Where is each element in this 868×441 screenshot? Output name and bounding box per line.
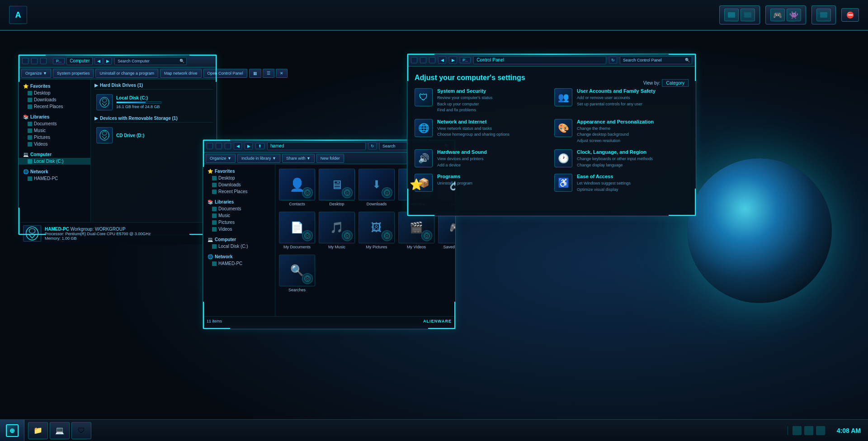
sidebar-item-music[interactable]: Music [19, 127, 90, 134]
folder-downloads[interactable]: ⬇ Downloads [358, 167, 396, 208]
sidebar-item-videos[interactable]: Videos [19, 141, 90, 147]
sidebar-item-hamed-pc[interactable]: HAMED-PC [19, 175, 90, 182]
cp-system-title[interactable]: System and Security [437, 88, 492, 94]
cp-network-link-2[interactable]: Choose homegroup and sharing options [437, 132, 509, 138]
folder-contacts[interactable]: 👤 Contacts [278, 167, 316, 208]
cp-user-link-1[interactable]: Add or remove user accounts [577, 95, 656, 101]
cp-ease-link-1[interactable]: Let Windows suggest settings [577, 180, 631, 187]
cp-view-value[interactable]: Category [662, 79, 689, 87]
h-sidebar-pictures[interactable]: Pictures [203, 219, 275, 226]
top-icon-group-4[interactable]: ⛔ [841, 8, 859, 22]
computer-search[interactable]: Search Computer [114, 57, 187, 65]
cp-system-link-1[interactable]: Review your computer's status [437, 95, 492, 101]
cp-appearance-link-1[interactable]: Change the theme [577, 126, 654, 132]
cp-back[interactable]: ◀ [438, 57, 446, 64]
tray-icon-2[interactable] [804, 426, 813, 435]
view-btn-2[interactable]: ☰ [263, 69, 274, 78]
cp-min-btn[interactable] [420, 57, 426, 63]
h-sidebar-documents[interactable]: Documents [203, 205, 275, 212]
tray-icon-3[interactable] [816, 426, 825, 435]
cp-max-btn[interactable] [429, 57, 435, 63]
sidebar-item-desktop[interactable]: Desktop [19, 90, 90, 96]
share-with-btn[interactable]: Share with ▼ [282, 154, 315, 163]
cp-system-link-2[interactable]: Back up your computer [437, 101, 492, 108]
hamed-close-btn[interactable] [207, 143, 213, 149]
cp-network-title[interactable]: Network and Internet [437, 119, 509, 124]
cp-appearance-link-2[interactable]: Change desktop background [577, 132, 654, 138]
cp-clock-link-1[interactable]: Change keyboards or other input methods [577, 156, 653, 162]
cp-hardware-link-2[interactable]: Add a device [437, 162, 487, 169]
top-icon-group-1[interactable] [719, 5, 760, 24]
hamed-forward[interactable]: ▶ [245, 142, 253, 150]
win-min-btn[interactable] [31, 58, 38, 64]
include-library-btn[interactable]: Include in library ▼ [237, 154, 280, 163]
h-sidebar-videos[interactable]: Videos [203, 226, 275, 232]
cp-user-title[interactable]: User Accounts and Family Safety [577, 88, 656, 94]
view-btn-1[interactable]: ▦ [249, 69, 261, 78]
cp-refresh[interactable]: ↻ [609, 57, 617, 64]
top-icon-btn-1[interactable] [724, 9, 739, 21]
cp-ease-title[interactable]: Ease of Access [577, 174, 631, 179]
cp-address[interactable]: Control Panel [473, 56, 606, 64]
hamed-organize-btn[interactable]: Organize ▼ [206, 154, 236, 163]
cp-hardware-title[interactable]: Hardware and Sound [437, 149, 487, 155]
open-control-btn[interactable]: Open Control Panel [203, 69, 247, 78]
h-sidebar-music[interactable]: Music [203, 212, 275, 219]
top-icon-btn-3[interactable]: 🎮 [770, 9, 785, 21]
cp-appearance-link-3[interactable]: Adjust screen resolution [577, 138, 654, 144]
h-sidebar-hamed-pc[interactable]: HAMED-PC [203, 260, 275, 267]
cp-close-btn[interactable] [411, 57, 417, 63]
sidebar-item-documents[interactable]: Documents [19, 120, 90, 127]
folder-my-pictures[interactable]: 🖼 My Pictures [358, 210, 396, 251]
hamed-min-btn[interactable] [216, 143, 222, 149]
cp-forward[interactable]: ▶ [449, 57, 457, 64]
start-button[interactable]: ⊕ [0, 420, 24, 441]
win-close-btn[interactable] [22, 58, 28, 64]
cp-clock-link-2[interactable]: Change display language [577, 162, 653, 169]
top-icon-btn-5[interactable] [816, 9, 831, 21]
cp-user-link-2[interactable]: Set up parental controls for any user [577, 101, 656, 108]
cp-ease-link-2[interactable]: Optimize visual display [577, 187, 631, 193]
sidebar-item-recent[interactable]: Recent Places [19, 103, 90, 110]
h-sidebar-desktop[interactable]: Desktop [203, 175, 275, 181]
taskbar-app-folder[interactable]: 📁 [28, 422, 48, 439]
top-icon-group-3[interactable] [811, 5, 836, 24]
map-network-btn[interactable]: Map network drive [160, 69, 202, 78]
cp-system-link-3[interactable]: Find and fix problems [437, 107, 492, 114]
cp-hardware-link-1[interactable]: View devices and printers [437, 156, 487, 162]
folder-desktop[interactable]: 🖥 Desktop [318, 167, 356, 208]
cp-appearance-title[interactable]: Appearance and Personalization [577, 119, 654, 124]
tray-icon-1[interactable] [793, 426, 802, 435]
hamed-back[interactable]: ◀ [234, 142, 242, 150]
cp-network-link-1[interactable]: View network status and tasks [437, 126, 509, 132]
folder-my-documents[interactable]: 📄 My Documents [278, 210, 316, 251]
taskbar-app-computer[interactable]: 💻 [50, 422, 70, 439]
sidebar-item-downloads[interactable]: Downloads [19, 96, 90, 103]
organize-btn[interactable]: Organize ▼ [21, 69, 51, 78]
nav-forward[interactable]: ▶ [104, 57, 112, 65]
uninstall-btn[interactable]: Uninstall or change a program [95, 69, 158, 78]
h-sidebar-recent[interactable]: Recent Places [203, 188, 275, 195]
taskbar-app-cp[interactable]: 🛡 [71, 422, 91, 439]
hamed-new-folder-btn[interactable]: New folder [316, 154, 344, 163]
cp-search[interactable]: Search Control Panel [620, 56, 692, 64]
folder-searches[interactable]: 🔍 Searches [278, 253, 316, 294]
local-disk-item[interactable]: Local Disk (C:) 16.1 GB free of 24.8 GB [94, 92, 213, 112]
h-sidebar-local-c[interactable]: Local Disk (C:) [203, 243, 275, 250]
nav-back[interactable]: ◀ [94, 57, 103, 65]
cp-clock-title[interactable]: Clock, Language, and Region [577, 149, 653, 155]
win-max-btn[interactable] [40, 58, 47, 64]
view-btn-3[interactable]: ✕ [276, 69, 288, 78]
top-icon-group-2[interactable]: 🎮 👾 [765, 5, 806, 24]
hamed-refresh[interactable]: ↻ [368, 142, 377, 150]
h-sidebar-downloads[interactable]: Downloads [203, 181, 275, 188]
sidebar-item-local-c[interactable]: Local Disk (C:) [19, 158, 90, 165]
computer-address[interactable]: Computer [66, 57, 93, 65]
hamed-address[interactable]: hamed [267, 142, 366, 150]
system-properties-btn[interactable]: System properties [53, 69, 94, 78]
folder-my-music[interactable]: 🎵 My Music [318, 210, 356, 251]
sidebar-item-pictures[interactable]: Pictures [19, 134, 90, 141]
cd-drive-item[interactable]: CD Drive (D:) [94, 125, 213, 145]
hamed-max-btn[interactable] [225, 143, 231, 149]
top-icon-btn-4[interactable]: 👾 [787, 9, 801, 21]
